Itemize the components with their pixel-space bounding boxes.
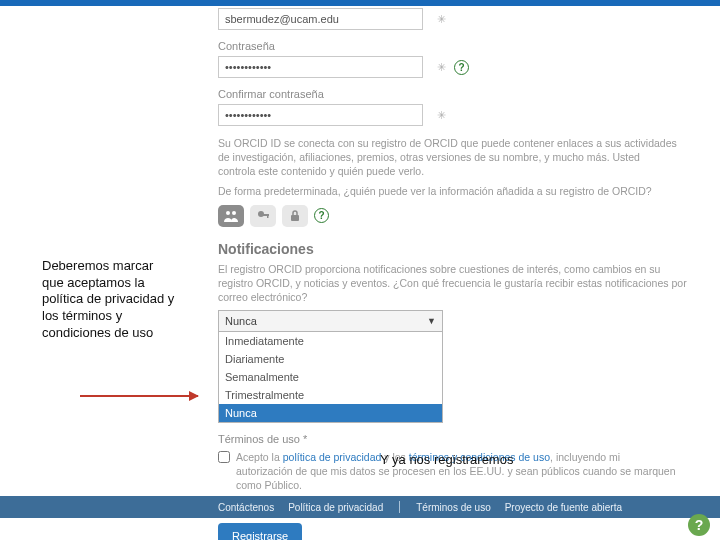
frequency-selected: Nunca (225, 315, 257, 327)
email-row: sbermudez@ucam.edu ✳ (218, 8, 688, 30)
footer-terms-link[interactable]: Términos de uso (416, 502, 490, 513)
required-icon: ✳ (437, 61, 446, 74)
visibility-private-icon[interactable] (282, 205, 308, 227)
register-button[interactable]: Registrarse (218, 523, 302, 540)
orcid-description: Su ORCID ID se conecta con su registro d… (218, 136, 678, 179)
visibility-question: De forma predeterminada, ¿quién puede ve… (218, 185, 688, 197)
footer-opensource-link[interactable]: Proyecto de fuente abierta (505, 502, 622, 513)
frequency-select[interactable]: Nunca ▼ (218, 310, 443, 332)
footer-privacy-link[interactable]: Política de privacidad (288, 502, 383, 513)
footer-separator (399, 501, 400, 513)
notifications-heading: Notificaciones (218, 241, 688, 257)
help-icon[interactable]: ? (454, 60, 469, 75)
annotation-arrow-icon (80, 395, 198, 397)
email-value: sbermudez@ucam.edu (225, 13, 339, 25)
password-row: ✳ ? (218, 56, 688, 78)
annotation-terms: Deberemos marcar que aceptamos la políti… (42, 258, 178, 341)
password-input[interactable] (218, 56, 423, 78)
svg-rect-4 (267, 214, 269, 218)
confirm-password-label: Confirmar contraseña (218, 88, 688, 100)
svg-rect-5 (291, 215, 299, 221)
confirm-password-input[interactable] (218, 104, 423, 126)
required-icon: ✳ (437, 13, 446, 26)
confirm-password-row: ✳ (218, 104, 688, 126)
frequency-option[interactable]: Semanalmente (219, 368, 442, 386)
notifications-body: El registro ORCID proporciona notificaci… (218, 262, 688, 305)
terms-heading: Términos de uso * (218, 433, 688, 445)
frequency-option[interactable]: Inmediatamente (219, 332, 442, 350)
footer-contact-link[interactable]: Contáctenos (218, 502, 274, 513)
visibility-toggle: ? (218, 205, 688, 227)
chevron-down-icon: ▼ (427, 316, 436, 326)
top-accent-bar (0, 0, 720, 6)
annotation-register: Y ya nos registraremos (380, 452, 513, 467)
frequency-option[interactable]: Trimestralmente (219, 386, 442, 404)
email-input[interactable]: sbermudez@ucam.edu (218, 8, 423, 30)
footer-bar: Contáctenos Política de privacidad Térmi… (0, 496, 720, 518)
visibility-public-icon[interactable] (218, 205, 244, 227)
svg-point-1 (232, 211, 236, 215)
frequency-option[interactable]: Diariamente (219, 350, 442, 368)
terms-checkbox[interactable] (218, 451, 230, 463)
help-fab-icon[interactable]: ? (688, 514, 710, 536)
terms-text-pre: Acepto la (236, 451, 283, 463)
frequency-option-selected[interactable]: Nunca (219, 404, 442, 422)
password-label: Contraseña (218, 40, 688, 52)
required-icon: ✳ (437, 109, 446, 122)
help-icon[interactable]: ? (314, 208, 329, 223)
privacy-policy-link[interactable]: política de privacidad (283, 451, 382, 463)
svg-point-0 (226, 211, 230, 215)
visibility-trusted-icon[interactable] (250, 205, 276, 227)
frequency-options: Inmediatamente Diariamente Semanalmente … (218, 332, 443, 423)
